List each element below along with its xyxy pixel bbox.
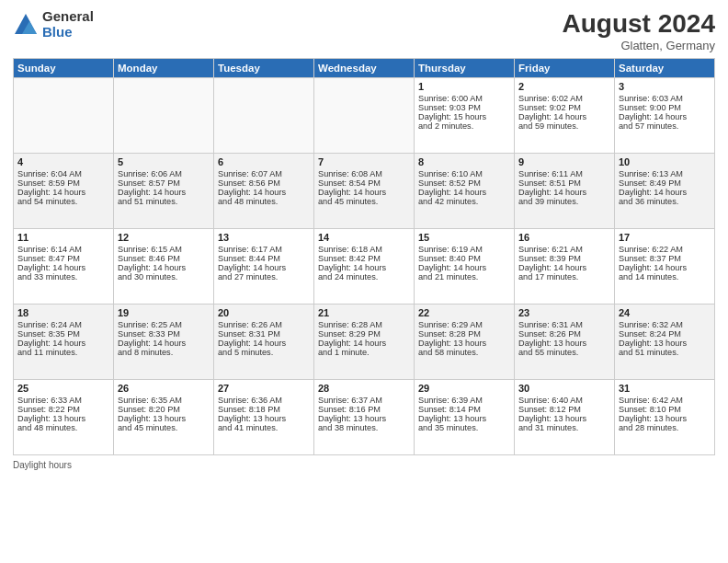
day-info-line: Sunset: 9:02 PM xyxy=(518,103,610,112)
day-info-line: and 48 minutes. xyxy=(218,197,310,206)
day-info-line: Sunset: 9:00 PM xyxy=(619,103,711,112)
day-info-line: Sunset: 8:51 PM xyxy=(518,178,610,188)
day-number: 31 xyxy=(619,383,711,394)
table-row: 7Sunrise: 6:08 AMSunset: 8:54 PMDaylight… xyxy=(314,154,415,229)
day-info-line: and 28 minutes. xyxy=(619,423,711,432)
day-info-line: Sunset: 8:29 PM xyxy=(318,329,410,339)
day-info-line: Sunrise: 6:10 AM xyxy=(418,169,510,178)
day-info-line: and 38 minutes. xyxy=(318,423,410,432)
day-number: 6 xyxy=(218,156,310,167)
day-info-line: and 45 minutes. xyxy=(118,423,210,432)
day-info-line: Sunset: 8:59 PM xyxy=(17,178,109,188)
day-info-line: and 45 minutes. xyxy=(318,197,410,206)
logo-icon xyxy=(13,12,39,38)
day-info-line: Sunset: 8:10 PM xyxy=(619,405,711,414)
day-info-line: Daylight: 14 hours xyxy=(17,263,109,272)
logo-general-text: General xyxy=(42,9,94,25)
day-info-line: and 58 minutes. xyxy=(418,348,510,357)
day-info-line: and 59 minutes. xyxy=(518,121,610,131)
table-row: 23Sunrise: 6:31 AMSunset: 8:26 PMDayligh… xyxy=(515,304,615,380)
table-row: 27Sunrise: 6:36 AMSunset: 8:18 PMDayligh… xyxy=(214,380,314,455)
day-number: 21 xyxy=(318,307,410,318)
page: General Blue August 2024 Glatten, German… xyxy=(0,0,728,563)
day-info-line: Sunrise: 6:36 AM xyxy=(218,396,310,405)
table-row: 26Sunrise: 6:35 AMSunset: 8:20 PMDayligh… xyxy=(114,380,214,455)
table-row xyxy=(314,78,415,154)
day-info-line: Sunset: 8:18 PM xyxy=(218,405,310,414)
day-info-line: Sunset: 8:56 PM xyxy=(218,178,310,188)
day-number: 12 xyxy=(118,232,210,243)
daylight-hours-label: Daylight hours xyxy=(13,460,72,470)
day-info-line: Sunrise: 6:21 AM xyxy=(518,245,610,254)
col-wednesday: Wednesday xyxy=(314,59,415,78)
day-info-line: Sunrise: 6:37 AM xyxy=(318,396,410,405)
day-info-line: and 1 minute. xyxy=(318,348,410,357)
table-row: 16Sunrise: 6:21 AMSunset: 8:39 PMDayligh… xyxy=(515,229,615,304)
day-info-line: Daylight: 14 hours xyxy=(518,188,610,197)
table-row xyxy=(214,78,314,154)
day-info-line: Daylight: 14 hours xyxy=(518,263,610,272)
table-row: 24Sunrise: 6:32 AMSunset: 8:24 PMDayligh… xyxy=(615,304,715,380)
day-info-line: Daylight: 13 hours xyxy=(318,414,410,423)
table-row: 8Sunrise: 6:10 AMSunset: 8:52 PMDaylight… xyxy=(415,154,515,229)
day-info-line: Sunset: 8:54 PM xyxy=(318,178,410,188)
day-info-line: Daylight: 14 hours xyxy=(318,188,410,197)
day-info-line: Sunset: 8:31 PM xyxy=(218,329,310,339)
day-info-line: Sunrise: 6:15 AM xyxy=(118,245,210,254)
day-info-line: and 51 minutes. xyxy=(118,197,210,206)
table-row: 30Sunrise: 6:40 AMSunset: 8:12 PMDayligh… xyxy=(515,380,615,455)
day-number: 1 xyxy=(418,81,510,92)
day-info-line: Daylight: 14 hours xyxy=(118,188,210,197)
day-info-line: Sunset: 8:16 PM xyxy=(318,405,410,414)
day-number: 10 xyxy=(619,156,711,167)
day-info-line: Sunrise: 6:22 AM xyxy=(619,245,711,254)
table-row: 11Sunrise: 6:14 AMSunset: 8:47 PMDayligh… xyxy=(14,229,114,304)
col-friday: Friday xyxy=(515,59,615,78)
day-number: 28 xyxy=(318,383,410,394)
day-info-line: and 42 minutes. xyxy=(418,197,510,206)
table-row: 18Sunrise: 6:24 AMSunset: 8:35 PMDayligh… xyxy=(14,304,114,380)
day-info-line: Sunrise: 6:35 AM xyxy=(118,396,210,405)
day-info-line: and 48 minutes. xyxy=(17,423,109,432)
day-number: 17 xyxy=(619,232,711,243)
day-info-line: Sunrise: 6:40 AM xyxy=(518,396,610,405)
day-info-line: Sunrise: 6:18 AM xyxy=(318,245,410,254)
day-number: 30 xyxy=(518,383,610,394)
day-info-line: Daylight: 14 hours xyxy=(118,339,210,348)
month-year: August 2024 xyxy=(563,9,716,39)
day-number: 2 xyxy=(518,81,610,92)
day-info-line: Sunrise: 6:02 AM xyxy=(518,94,610,103)
col-tuesday: Tuesday xyxy=(214,59,314,78)
day-info-line: Sunrise: 6:31 AM xyxy=(518,320,610,329)
day-info-line: Sunset: 8:35 PM xyxy=(17,329,109,339)
day-number: 4 xyxy=(17,156,109,167)
day-info-line: Daylight: 13 hours xyxy=(619,339,711,348)
table-row: 15Sunrise: 6:19 AMSunset: 8:40 PMDayligh… xyxy=(415,229,515,304)
day-info-line: Daylight: 14 hours xyxy=(418,188,510,197)
table-row: 1Sunrise: 6:00 AMSunset: 9:03 PMDaylight… xyxy=(415,78,515,154)
day-info-line: Sunset: 8:39 PM xyxy=(518,254,610,263)
day-info-line: Sunrise: 6:17 AM xyxy=(218,245,310,254)
day-info-line: Sunset: 8:47 PM xyxy=(17,254,109,263)
day-info-line: and 11 minutes. xyxy=(17,348,109,357)
col-thursday: Thursday xyxy=(415,59,515,78)
day-info-line: Sunrise: 6:42 AM xyxy=(619,396,711,405)
logo-blue-text: Blue xyxy=(42,25,94,40)
table-row xyxy=(114,78,214,154)
day-info-line: Daylight: 14 hours xyxy=(218,339,310,348)
day-info-line: and 41 minutes. xyxy=(218,423,310,432)
day-info-line: and 21 minutes. xyxy=(418,272,510,282)
day-number: 18 xyxy=(17,307,109,318)
calendar-week-row: 25Sunrise: 6:33 AMSunset: 8:22 PMDayligh… xyxy=(14,380,715,455)
day-info-line: Sunrise: 6:39 AM xyxy=(418,396,510,405)
day-info-line: Sunrise: 6:26 AM xyxy=(218,320,310,329)
day-info-line: and 17 minutes. xyxy=(518,272,610,282)
day-number: 9 xyxy=(518,156,610,167)
day-info-line: Sunset: 8:24 PM xyxy=(619,329,711,339)
logo-text: General Blue xyxy=(42,9,94,40)
day-info-line: Daylight: 14 hours xyxy=(619,188,711,197)
day-info-line: Sunrise: 6:03 AM xyxy=(619,94,711,103)
day-info-line: Daylight: 13 hours xyxy=(218,414,310,423)
day-number: 14 xyxy=(318,232,410,243)
day-info-line: Sunset: 8:20 PM xyxy=(118,405,210,414)
